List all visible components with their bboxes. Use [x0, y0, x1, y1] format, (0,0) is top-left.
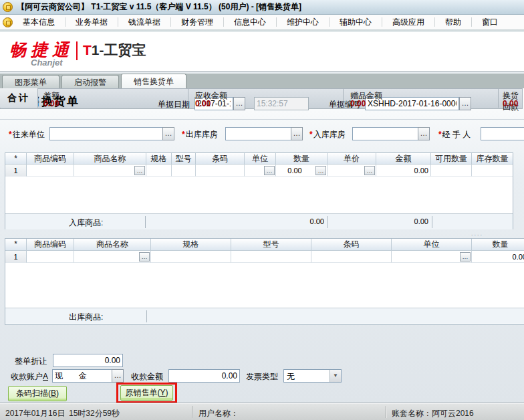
col-header-rownum: *: [5, 153, 27, 165]
out-warehouse-picker-button[interactable]: …: [291, 127, 303, 140]
chevron-down-icon[interactable]: ▼: [330, 370, 341, 382]
title-bar: 【阿可云商贸公司】 T1-工贸宝 v 11.5（客户端 V 11.5） (50用…: [0, 0, 524, 15]
col-header-spec: 规格: [146, 153, 172, 165]
payment-amount-label: 收款金额: [131, 371, 163, 383]
menu-info-center[interactable]: 信息中心: [224, 15, 276, 29]
form-area: 销售换货单 单据日期 … 单据编号 … *往来单位 … *出库库房 … *入库库…: [0, 88, 524, 403]
col-header-price: 单价: [328, 153, 376, 165]
partner-picker-button[interactable]: …: [162, 127, 174, 140]
qty-cell[interactable]: 0.00…: [276, 165, 328, 177]
status-date: 2017年01月16日: [5, 408, 65, 419]
invoice-type-select[interactable]: 无 ▼: [283, 369, 342, 383]
item-name-picker-button[interactable]: …: [134, 166, 145, 175]
grid-splitter-handle[interactable]: ....: [471, 231, 483, 235]
totals-label: 合计: [0, 88, 38, 108]
partner-input[interactable]: [49, 127, 163, 140]
status-bar: 2017年01月16日 15时32分59秒 用户名称： 账套名称：阿可云2016: [0, 403, 524, 420]
col-header-unit: 单位: [245, 153, 276, 165]
in-warehouse-input[interactable]: [352, 127, 418, 140]
incoming-grid-empty-body: [5, 177, 513, 213]
outgoing-grid-header: * 商品编码 商品名称 规格 型号 条码 单位 数量: [5, 239, 524, 251]
barcode-cell[interactable]: [311, 251, 392, 263]
menu-maintenance-center[interactable]: 维护中心: [277, 15, 329, 29]
col-header-spec: 规格: [151, 239, 231, 251]
incoming-grid-footer: 入库商品: 0.00 0.00: [5, 213, 513, 229]
payment-account-input[interactable]: [52, 369, 112, 383]
brand-header: 畅捷通 Chanjet T1-工贸宝: [0, 32, 524, 72]
out-warehouse-label: 出库库房: [186, 130, 218, 139]
col-header-qty: 数量: [276, 153, 328, 165]
tab-startup-alert[interactable]: 启动报警: [61, 75, 119, 88]
col-header-model: 型号: [231, 239, 311, 251]
status-user-label: 用户名称：: [199, 408, 239, 419]
tab-sales-exchange[interactable]: 销售换货单: [121, 74, 186, 88]
doc-time-input: [254, 97, 309, 110]
payment-amount-input[interactable]: [168, 369, 240, 383]
col-header-item-code: 商品编码: [27, 239, 74, 251]
gift-amount-value: 0.00: [350, 99, 366, 108]
doc-date-label: 单据日期: [158, 99, 190, 110]
menu-help[interactable]: 帮助: [435, 15, 471, 29]
barcode-cell[interactable]: [196, 165, 245, 177]
menu-finance[interactable]: 财务管理: [171, 15, 223, 29]
incoming-summary-label: 入库商品:: [69, 217, 103, 229]
available-qty-cell: [431, 165, 472, 177]
item-name-cell[interactable]: …: [74, 165, 146, 177]
menu-advanced[interactable]: 高级应用: [382, 15, 434, 29]
menu-assist-center[interactable]: 辅助中心: [330, 15, 382, 29]
coin-app-icon: [3, 2, 13, 12]
menu-window[interactable]: 窗口: [472, 15, 508, 29]
item-code-cell[interactable]: [27, 251, 74, 263]
status-time: 15时32分59秒: [69, 408, 120, 419]
handler-label: 经 手 人: [442, 130, 471, 139]
unit-picker-button[interactable]: …: [264, 166, 275, 175]
status-account-set: 账套名称：阿可云2016: [392, 408, 474, 419]
in-warehouse-picker-button[interactable]: …: [418, 127, 430, 140]
required-mark: *: [9, 130, 12, 139]
window-title: 【阿可云商贸公司】 T1-工贸宝 v 11.5（客户端 V 11.5） (50用…: [17, 1, 301, 13]
incoming-grid-row: 1 … … 0.00… … 0.00: [5, 165, 513, 177]
doc-date-picker-button[interactable]: …: [233, 97, 245, 110]
spec-cell[interactable]: [151, 251, 231, 263]
qty-cell[interactable]: 0.00: [472, 251, 524, 263]
col-header-amount: 金额: [376, 153, 431, 165]
amount-cell[interactable]: 0.00: [376, 165, 431, 177]
menu-cashflow-docs[interactable]: 钱流单据: [118, 15, 170, 29]
doc-no-picker-button[interactable]: …: [459, 97, 471, 110]
payment-account-picker-button[interactable]: …: [112, 369, 124, 383]
col-header-available-qty: 可用数量: [431, 153, 472, 165]
original-sales-order-button[interactable]: 原销售单(Y): [120, 385, 173, 401]
col-header-rownum: *: [5, 239, 27, 251]
unit-cell[interactable]: …: [392, 251, 472, 263]
qty-picker-button[interactable]: …: [315, 166, 326, 175]
account-hotkey: A: [43, 372, 48, 381]
unit-picker-button[interactable]: …: [460, 252, 471, 261]
receivable-value: 0.00: [195, 99, 211, 108]
unit-cell[interactable]: …: [245, 165, 276, 177]
barcode-scan-button[interactable]: 条码扫描(B): [8, 386, 67, 401]
out-warehouse-input[interactable]: [225, 127, 291, 140]
invoice-type-value: 无: [287, 371, 295, 383]
item-name-picker-button[interactable]: …: [139, 252, 150, 261]
price-picker-button[interactable]: …: [364, 166, 375, 175]
model-cell[interactable]: [231, 251, 311, 263]
app-window: 【阿可云商贸公司】 T1-工贸宝 v 11.5（客户端 V 11.5） (50用…: [0, 0, 524, 420]
product-name: T1-工贸宝: [83, 41, 146, 60]
item-code-cell[interactable]: [27, 165, 74, 177]
menu-basic-info[interactable]: 基本信息: [13, 15, 65, 29]
handler-input[interactable]: [481, 127, 524, 140]
discount-input[interactable]: [53, 354, 123, 367]
outgoing-summary-label: 出库商品:: [69, 312, 103, 323]
spec-cell[interactable]: [146, 165, 172, 177]
diff-value: 0.00: [43, 99, 59, 108]
model-cell[interactable]: [172, 165, 196, 177]
tab-graphic-menu[interactable]: 图形菜单: [2, 75, 59, 88]
discount-label: 整单折让: [15, 356, 47, 367]
outgoing-grid-footer: 出库商品:: [5, 308, 524, 324]
menu-business-docs[interactable]: 业务单据: [66, 15, 118, 29]
item-name-cell[interactable]: …: [74, 251, 151, 263]
col-header-stock-qty: 库存数量: [472, 153, 513, 165]
outgoing-grid-row: 1 … … 0.00: [5, 251, 524, 263]
col-header-qty: 数量: [472, 239, 524, 251]
price-cell[interactable]: …: [328, 165, 376, 177]
